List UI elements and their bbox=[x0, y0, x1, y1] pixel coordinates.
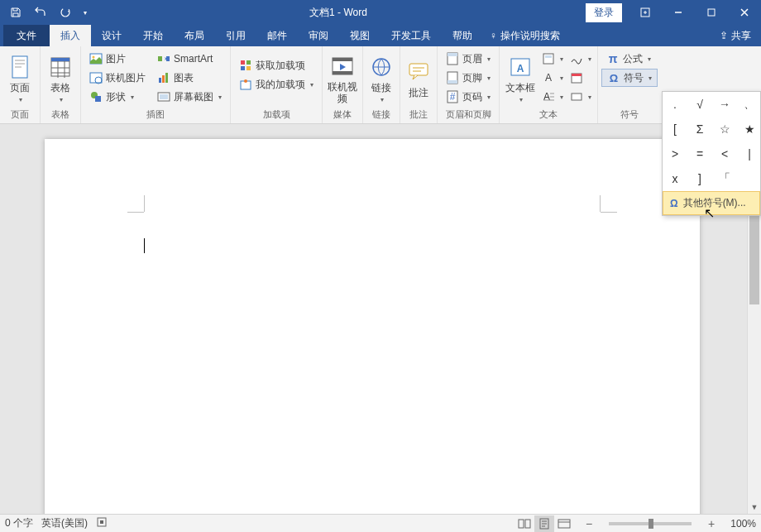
share-button[interactable]: ⇪ 共享 bbox=[710, 25, 761, 46]
symbol-cell[interactable]: | bbox=[737, 141, 761, 166]
symbol-cell[interactable]: x bbox=[663, 166, 687, 191]
page-number-icon: # bbox=[446, 90, 459, 103]
tab-design[interactable]: 设计 bbox=[91, 25, 132, 46]
quick-parts-button[interactable]: ▾ bbox=[539, 50, 566, 68]
more-symbols-button[interactable]: Ω 其他符号(M)... bbox=[663, 191, 760, 215]
footer-button[interactable]: 页脚▾ bbox=[441, 69, 495, 87]
omega-icon: Ω bbox=[607, 71, 620, 84]
login-button[interactable]: 登录 bbox=[586, 3, 622, 22]
tab-file[interactable]: 文件 bbox=[3, 25, 50, 46]
redo-button[interactable] bbox=[55, 2, 76, 23]
word-count[interactable]: 0 个字 bbox=[5, 516, 33, 530]
tab-developer[interactable]: 开发工具 bbox=[380, 25, 442, 46]
smartart-icon bbox=[157, 52, 170, 65]
ribbon-display-options-button[interactable] bbox=[629, 0, 662, 25]
document-area: ▲ ▼ bbox=[0, 124, 761, 514]
svg-rect-45 bbox=[100, 520, 103, 524]
get-addins-button[interactable]: 获取加载项 bbox=[234, 56, 318, 74]
group-addins: 获取加载项 我的加载项▾ 加载项 bbox=[231, 46, 323, 123]
symbol-button[interactable]: Ω符号▾ bbox=[601, 69, 658, 87]
minimize-button[interactable] bbox=[662, 0, 695, 25]
comment-button[interactable]: 批注 bbox=[404, 48, 433, 106]
symbol-cell[interactable]: 「 bbox=[712, 166, 737, 191]
symbol-cell[interactable]: ☆ bbox=[712, 117, 737, 141]
page-number-button[interactable]: #页码▾ bbox=[441, 88, 495, 106]
zoom-out-button[interactable]: − bbox=[582, 517, 596, 530]
symbol-cell[interactable]: Σ bbox=[687, 117, 712, 141]
svg-rect-47 bbox=[525, 520, 530, 528]
equation-button[interactable]: π公式▾ bbox=[601, 50, 658, 68]
symbol-cell[interactable]: 、 bbox=[737, 92, 761, 117]
symbol-cell[interactable]: = bbox=[687, 141, 712, 166]
symbol-cell[interactable]: ] bbox=[687, 166, 712, 191]
symbol-cell[interactable] bbox=[737, 166, 761, 191]
macro-icon[interactable] bbox=[96, 516, 108, 530]
symbol-cell[interactable]: < bbox=[712, 141, 737, 166]
symbol-cell[interactable]: → bbox=[712, 92, 737, 117]
lightbulb-icon: ♀ bbox=[490, 30, 497, 41]
svg-rect-22 bbox=[246, 66, 251, 70]
read-mode-button[interactable] bbox=[515, 515, 534, 532]
signature-line-button[interactable]: ▾ bbox=[567, 50, 594, 68]
my-addins-button[interactable]: 我的加载项▾ bbox=[234, 75, 318, 93]
table-button[interactable]: 表格 ▾ bbox=[44, 48, 77, 106]
zoom-slider-thumb[interactable] bbox=[649, 519, 653, 529]
maximize-button[interactable] bbox=[695, 0, 728, 25]
print-layout-button[interactable] bbox=[534, 515, 554, 532]
svg-rect-5 bbox=[51, 58, 69, 61]
object-button[interactable]: ▾ bbox=[567, 88, 594, 106]
table-icon bbox=[47, 54, 74, 80]
online-pictures-button[interactable]: 联机图片 bbox=[84, 69, 151, 87]
tab-references[interactable]: 引用 bbox=[215, 25, 256, 46]
header-button[interactable]: 页眉▾ bbox=[441, 50, 495, 68]
zoom-slider[interactable] bbox=[609, 522, 692, 525]
link-button[interactable]: 链接 ▾ bbox=[366, 48, 396, 106]
tab-review[interactable]: 审阅 bbox=[298, 25, 339, 46]
chevron-down-icon: ▾ bbox=[519, 96, 523, 103]
svg-rect-14 bbox=[159, 78, 161, 83]
tell-me-search[interactable]: ♀ 操作说明搜索 bbox=[483, 25, 567, 46]
wordart-button[interactable]: A▾ bbox=[539, 69, 566, 87]
zoom-level[interactable]: 100% bbox=[726, 518, 756, 530]
tab-insert[interactable]: 插入 bbox=[50, 25, 91, 46]
online-video-button[interactable]: 联机视频 bbox=[326, 48, 359, 106]
screenshot-button[interactable]: 屏幕截图▾ bbox=[152, 88, 227, 106]
video-icon bbox=[329, 53, 356, 79]
undo-button[interactable] bbox=[30, 2, 51, 23]
tab-home[interactable]: 开始 bbox=[132, 25, 174, 46]
svg-rect-42 bbox=[572, 74, 582, 76]
link-icon bbox=[368, 54, 395, 80]
close-button[interactable] bbox=[728, 0, 761, 25]
save-button[interactable] bbox=[5, 2, 26, 23]
symbol-cell[interactable]: > bbox=[663, 141, 687, 166]
group-text: A 文本框 ▾ ▾ A▾ A▾ ▾ ▾ 文本 bbox=[500, 46, 598, 123]
document-page[interactable] bbox=[45, 139, 700, 514]
symbol-cell[interactable]: . bbox=[663, 92, 687, 117]
svg-text:#: # bbox=[450, 91, 456, 103]
text-box-button[interactable]: A 文本框 ▾ bbox=[503, 48, 538, 106]
tab-layout[interactable]: 布局 bbox=[174, 25, 215, 46]
pages-button[interactable]: 页面 ▾ bbox=[3, 48, 36, 106]
smartart-button[interactable]: SmartArt bbox=[152, 50, 227, 68]
language-status[interactable]: 英语(美国) bbox=[41, 516, 88, 530]
scroll-down-button[interactable]: ▼ bbox=[748, 500, 761, 514]
svg-point-24 bbox=[244, 79, 247, 83]
zoom-in-button[interactable]: + bbox=[705, 517, 718, 530]
svg-rect-38 bbox=[543, 54, 553, 64]
pictures-button[interactable]: 图片 bbox=[84, 50, 151, 68]
symbol-cell[interactable]: ★ bbox=[737, 117, 761, 141]
tab-mailings[interactable]: 邮件 bbox=[256, 25, 298, 46]
drop-cap-button[interactable]: A▾ bbox=[539, 88, 566, 106]
shapes-button[interactable]: 形状▾ bbox=[84, 88, 151, 106]
chevron-down-icon: ▾ bbox=[19, 96, 22, 103]
symbol-cell[interactable]: [ bbox=[663, 117, 687, 141]
chart-button[interactable]: 图表 bbox=[152, 69, 227, 87]
web-layout-button[interactable] bbox=[554, 515, 574, 532]
symbol-cell[interactable]: √ bbox=[687, 92, 712, 117]
svg-rect-46 bbox=[519, 520, 524, 528]
qat-customize-button[interactable]: ▾ bbox=[79, 2, 91, 23]
tab-help[interactable]: 帮助 bbox=[442, 25, 483, 46]
window-title: 文档1 - Word bbox=[91, 6, 586, 20]
date-time-button[interactable] bbox=[567, 69, 594, 87]
tab-view[interactable]: 视图 bbox=[339, 25, 380, 46]
